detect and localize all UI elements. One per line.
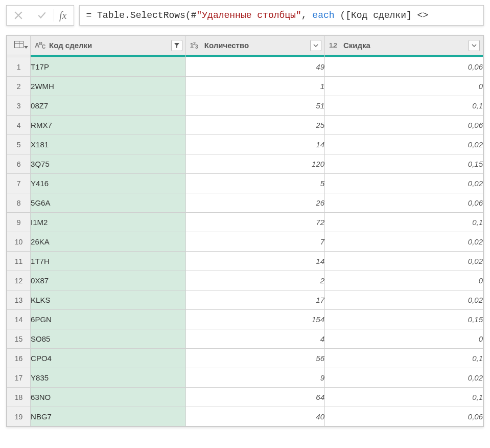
table-row[interactable]: 111T7H140,02	[7, 252, 483, 271]
formula-input[interactable]: = Table.SelectRows(#"Удаленные столбцы",…	[79, 5, 484, 26]
table-row[interactable]: 146PGN1540,15	[7, 310, 483, 329]
cell-disc[interactable]: 0,15	[325, 310, 483, 329]
table-row[interactable]: 7Y41650,02	[7, 174, 483, 193]
cell-code[interactable]: 2WMH	[31, 77, 186, 96]
cell-code[interactable]: Y835	[31, 368, 186, 388]
row-number[interactable]: 4	[7, 116, 31, 135]
cell-code[interactable]: 3Q75	[31, 154, 186, 174]
row-number[interactable]: 5	[7, 135, 31, 154]
cell-qty[interactable]: 2	[185, 271, 324, 290]
cell-qty[interactable]: 72	[185, 213, 324, 232]
table-row[interactable]: 1026KA70,02	[7, 232, 483, 252]
cell-disc[interactable]: 0,1	[325, 213, 483, 232]
row-number[interactable]: 18	[7, 388, 31, 407]
cell-disc[interactable]: 0,02	[325, 232, 483, 252]
cell-code[interactable]: 26KA	[31, 232, 186, 252]
cell-disc[interactable]: 0,1	[325, 388, 483, 407]
table-row[interactable]: 15SO8540	[7, 329, 483, 349]
cell-qty[interactable]: 4	[185, 329, 324, 349]
cell-disc[interactable]: 0,15	[325, 154, 483, 174]
row-number[interactable]: 13	[7, 290, 31, 310]
table-row[interactable]: 19NBG7400,06	[7, 407, 483, 427]
cell-code[interactable]: NBG7	[31, 407, 186, 427]
table-row[interactable]: 9I1M2720,1	[7, 213, 483, 232]
column-filter-button[interactable]	[310, 40, 321, 51]
cell-code[interactable]: SO85	[31, 329, 186, 349]
table-row[interactable]: 22WMH10	[7, 77, 483, 96]
cancel-formula-button[interactable]	[7, 6, 30, 25]
cell-qty[interactable]: 17	[185, 290, 324, 310]
table-row[interactable]: 4RMX7250,06	[7, 116, 483, 135]
table-row[interactable]: 63Q751200,15	[7, 154, 483, 174]
table-row[interactable]: 5X181140,02	[7, 135, 483, 154]
cell-disc[interactable]: 0,1	[325, 349, 483, 368]
column-filter-button[interactable]	[469, 40, 480, 51]
column-header-disc[interactable]: 1.2 Скидка	[325, 36, 483, 55]
cell-qty[interactable]: 51	[185, 96, 324, 116]
table-row[interactable]: 1T17P490,06	[7, 57, 483, 77]
row-number[interactable]: 7	[7, 174, 31, 193]
cell-disc[interactable]: 0,02	[325, 368, 483, 388]
cell-code[interactable]: 08Z7	[31, 96, 186, 116]
cell-disc[interactable]: 0	[325, 271, 483, 290]
row-number[interactable]: 2	[7, 77, 31, 96]
column-filter-button[interactable]	[171, 40, 182, 51]
cell-code[interactable]: X181	[31, 135, 186, 154]
row-number[interactable]: 3	[7, 96, 31, 116]
row-number[interactable]: 1	[7, 57, 31, 77]
row-number[interactable]: 8	[7, 193, 31, 213]
cell-disc[interactable]: 0,06	[325, 407, 483, 427]
cell-disc[interactable]: 0,02	[325, 290, 483, 310]
row-number[interactable]: 14	[7, 310, 31, 329]
select-all-corner[interactable]	[7, 36, 31, 55]
cell-code[interactable]: 63NO	[31, 388, 186, 407]
cell-code[interactable]: 0X87	[31, 271, 186, 290]
cell-disc[interactable]: 0	[325, 329, 483, 349]
cell-qty[interactable]: 14	[185, 252, 324, 271]
cell-code[interactable]: CPO4	[31, 349, 186, 368]
row-number[interactable]: 6	[7, 154, 31, 174]
row-number[interactable]: 10	[7, 232, 31, 252]
row-number[interactable]: 16	[7, 349, 31, 368]
cell-code[interactable]: T17P	[31, 57, 186, 77]
cell-disc[interactable]: 0,06	[325, 57, 483, 77]
table-row[interactable]: 120X8720	[7, 271, 483, 290]
cell-qty[interactable]: 56	[185, 349, 324, 368]
cell-code[interactable]: RMX7	[31, 116, 186, 135]
cell-qty[interactable]: 5	[185, 174, 324, 193]
table-row[interactable]: 16CPO4560,1	[7, 349, 483, 368]
cell-code[interactable]: 6PGN	[31, 310, 186, 329]
cell-code[interactable]: I1M2	[31, 213, 186, 232]
column-header-code[interactable]: ABC Код сделки	[31, 36, 186, 55]
fx-label[interactable]: fx	[54, 10, 74, 21]
cell-qty[interactable]: 25	[185, 116, 324, 135]
cell-code[interactable]: 1T7H	[31, 252, 186, 271]
cell-qty[interactable]: 1	[185, 77, 324, 96]
cell-code[interactable]: Y416	[31, 174, 186, 193]
cell-disc[interactable]: 0,06	[325, 116, 483, 135]
cell-qty[interactable]: 49	[185, 57, 324, 77]
cell-qty[interactable]: 64	[185, 388, 324, 407]
row-number[interactable]: 19	[7, 407, 31, 427]
cell-qty[interactable]: 26	[185, 193, 324, 213]
cell-disc[interactable]: 0,02	[325, 135, 483, 154]
table-row[interactable]: 308Z7510,1	[7, 96, 483, 116]
row-number[interactable]: 9	[7, 213, 31, 232]
cell-code[interactable]: KLKS	[31, 290, 186, 310]
cell-disc[interactable]: 0,1	[325, 96, 483, 116]
row-number[interactable]: 17	[7, 368, 31, 388]
cell-qty[interactable]: 7	[185, 232, 324, 252]
cell-disc[interactable]: 0,02	[325, 174, 483, 193]
table-row[interactable]: 17Y83590,02	[7, 368, 483, 388]
table-row[interactable]: 85G6A260,06	[7, 193, 483, 213]
cell-disc[interactable]: 0,02	[325, 252, 483, 271]
cell-qty[interactable]: 120	[185, 154, 324, 174]
cell-qty[interactable]: 154	[185, 310, 324, 329]
row-number[interactable]: 15	[7, 329, 31, 349]
row-number[interactable]: 12	[7, 271, 31, 290]
accept-formula-button[interactable]	[30, 6, 54, 25]
cell-qty[interactable]: 40	[185, 407, 324, 427]
cell-qty[interactable]: 14	[185, 135, 324, 154]
cell-qty[interactable]: 9	[185, 368, 324, 388]
cell-code[interactable]: 5G6A	[31, 193, 186, 213]
